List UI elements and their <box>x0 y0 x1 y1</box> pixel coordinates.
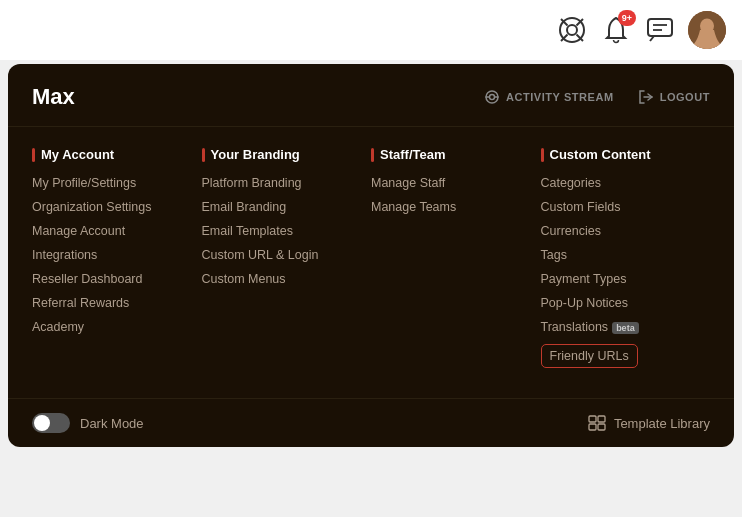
menu-column-title-my-account: My Account <box>32 147 186 162</box>
menu-item-label: Academy <box>32 320 84 334</box>
panel-header: Max ACTIVITY STREAM LOGOUT <box>8 64 734 127</box>
menu-item[interactable]: Email Branding <box>202 200 356 214</box>
svg-rect-18 <box>598 416 605 422</box>
svg-rect-20 <box>598 424 605 430</box>
menu-item-label: Categories <box>541 176 601 190</box>
toggle-track[interactable] <box>32 413 70 433</box>
menu-item[interactable]: Friendly URLs <box>541 344 638 368</box>
svg-point-1 <box>567 25 577 35</box>
menu-item-label: Pop-Up Notices <box>541 296 629 310</box>
notification-count: 9+ <box>618 10 636 26</box>
menu-column-title-custom-content: Custom Content <box>541 147 695 162</box>
logout-label: LOGOUT <box>660 91 710 103</box>
panel-username: Max <box>32 84 75 110</box>
menu-item-label: Reseller Dashboard <box>32 272 142 286</box>
menu-item[interactable]: Referral Rewards <box>32 296 186 310</box>
messages-icon[interactable] <box>644 14 676 46</box>
menu-item-label: Manage Account <box>32 224 125 238</box>
menu-column-title-staff-team: Staff/Team <box>371 147 525 162</box>
menu-item-label: Email Templates <box>202 224 293 238</box>
notifications-icon[interactable]: 9+ <box>600 14 632 46</box>
svg-point-13 <box>489 95 494 100</box>
menu-item-label: Manage Teams <box>371 200 456 214</box>
menu-item[interactable]: Platform Branding <box>202 176 356 190</box>
activity-stream-label: ACTIVITY STREAM <box>506 91 614 103</box>
menu-item[interactable]: Academy <box>32 320 186 334</box>
menu-item[interactable]: Categories <box>541 176 695 190</box>
menu-column-staff-team: Staff/TeamManage StaffManage Teams <box>371 147 541 378</box>
menu-item-label: Translations <box>541 320 609 334</box>
menu-item-label: Custom URL & Login <box>202 248 319 262</box>
avatar-image <box>688 11 726 49</box>
menu-item-label: Referral Rewards <box>32 296 129 310</box>
menu-item[interactable]: Pop-Up Notices <box>541 296 695 310</box>
menu-column-your-branding: Your BrandingPlatform BrandingEmail Bran… <box>202 147 372 378</box>
menu-column-title-your-branding: Your Branding <box>202 147 356 162</box>
menu-item-label: Integrations <box>32 248 97 262</box>
menu-item-label: Email Branding <box>202 200 287 214</box>
menu-item-label: My Profile/Settings <box>32 176 136 190</box>
menu-item[interactable]: My Profile/Settings <box>32 176 186 190</box>
panel-footer: Dark Mode Template Library <box>8 398 734 447</box>
menu-item-label: Friendly URLs <box>550 349 629 363</box>
menu-item-label: Tags <box>541 248 567 262</box>
dropdown-panel: Max ACTIVITY STREAM LOGOUT <box>8 64 734 447</box>
menu-item[interactable]: Translationsbeta <box>541 320 695 334</box>
menu-item[interactable]: Organization Settings <box>32 200 186 214</box>
menu-item[interactable]: Manage Teams <box>371 200 525 214</box>
menu-item-label: Organization Settings <box>32 200 152 214</box>
activity-stream-button[interactable]: ACTIVITY STREAM <box>484 89 614 105</box>
menu-item[interactable]: Email Templates <box>202 224 356 238</box>
top-bar: 9+ <box>0 0 742 60</box>
menu-item[interactable]: Manage Account <box>32 224 186 238</box>
menu-item-label: Manage Staff <box>371 176 445 190</box>
toggle-thumb <box>34 415 50 431</box>
menu-item[interactable]: Integrations <box>32 248 186 262</box>
menu-item-label: Custom Fields <box>541 200 621 214</box>
menu-item[interactable]: Tags <box>541 248 695 262</box>
svg-rect-19 <box>589 424 596 430</box>
template-library-label: Template Library <box>614 416 710 431</box>
svg-rect-6 <box>648 19 672 36</box>
svg-rect-17 <box>589 416 596 422</box>
beta-badge: beta <box>612 322 639 334</box>
help-icon[interactable] <box>556 14 588 46</box>
user-avatar[interactable] <box>688 11 726 49</box>
menu-item[interactable]: Custom URL & Login <box>202 248 356 262</box>
logout-button[interactable]: LOGOUT <box>638 89 710 105</box>
menu-item[interactable]: Manage Staff <box>371 176 525 190</box>
dark-mode-toggle[interactable]: Dark Mode <box>32 413 144 433</box>
menu-item[interactable]: Payment Types <box>541 272 695 286</box>
menu-item[interactable]: Custom Fields <box>541 200 695 214</box>
template-library-button[interactable]: Template Library <box>588 415 710 431</box>
menu-item-label: Payment Types <box>541 272 627 286</box>
menu-grid: My AccountMy Profile/SettingsOrganizatio… <box>8 127 734 398</box>
menu-item-label: Currencies <box>541 224 601 238</box>
menu-item[interactable]: Currencies <box>541 224 695 238</box>
panel-actions: ACTIVITY STREAM LOGOUT <box>484 89 710 105</box>
menu-item-label: Custom Menus <box>202 272 286 286</box>
menu-item[interactable]: Reseller Dashboard <box>32 272 186 286</box>
menu-item[interactable]: Custom Menus <box>202 272 356 286</box>
menu-item-label: Platform Branding <box>202 176 302 190</box>
menu-column-custom-content: Custom ContentCategoriesCustom FieldsCur… <box>541 147 711 378</box>
menu-column-my-account: My AccountMy Profile/SettingsOrganizatio… <box>32 147 202 378</box>
dark-mode-label: Dark Mode <box>80 416 144 431</box>
